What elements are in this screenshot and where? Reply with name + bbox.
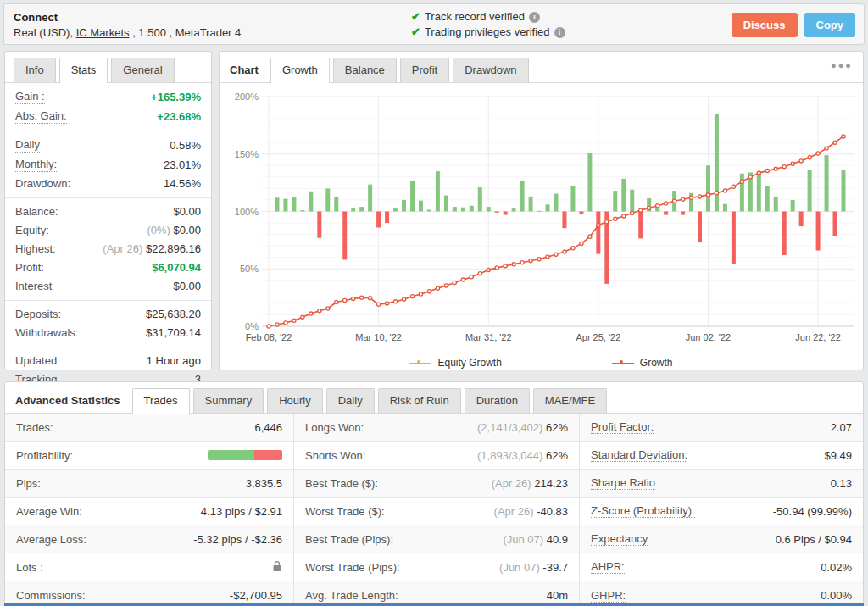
stat-row-profit-factor: Profit Factor:2.07 <box>580 414 863 442</box>
gain-bar <box>570 186 575 212</box>
growth-point <box>706 193 709 197</box>
copy-button[interactable]: Copy <box>804 13 856 37</box>
tab-growth[interactable]: Growth <box>270 58 330 83</box>
legend-item-equity-growth[interactable]: Equity Growth <box>409 357 501 369</box>
stat-row-lots: Lots : <box>5 553 293 581</box>
gain-bar <box>351 208 355 211</box>
svg-text:Apr 25, '22: Apr 25, '22 <box>576 332 620 342</box>
legend-line <box>612 363 634 364</box>
growth-point <box>461 278 465 281</box>
legend-label: Growth <box>640 357 673 369</box>
growth-point <box>774 167 777 170</box>
gain-bar <box>587 153 592 211</box>
info-icon[interactable]: i <box>554 27 565 38</box>
statistics-tabs: Advanced Statistics TradesSummaryHourlyD… <box>5 382 863 414</box>
tab-drawdown[interactable]: Drawdown <box>453 58 528 82</box>
gain-bar <box>537 211 542 212</box>
legend-line <box>409 363 431 364</box>
svg-text:100%: 100% <box>235 207 259 217</box>
tab-general[interactable]: General <box>111 58 174 82</box>
gain-bar <box>283 199 287 212</box>
account-header-card: Connect Real (USD), IC Markets , 1:500 ,… <box>3 3 865 45</box>
stat-value: 23.01% <box>164 158 201 172</box>
growth-point <box>427 290 431 293</box>
stats-group: Balance:$0.00Equity:(0%) $0.00Highest:(A… <box>5 198 211 301</box>
gain-bar <box>782 212 787 255</box>
growth-point <box>267 325 270 328</box>
growth-point <box>748 175 752 179</box>
tab-stats[interactable]: Stats <box>59 58 108 83</box>
tab-duration[interactable]: Duration <box>465 388 530 413</box>
stat-label: Drawdown: <box>15 177 70 191</box>
stat-label: AHPR: <box>591 560 625 574</box>
legend-item-growth[interactable]: Growth <box>612 357 673 369</box>
growth-point <box>512 263 515 266</box>
growth-point <box>588 235 592 238</box>
stat-label: Profitability: <box>16 449 73 462</box>
stat-label: Average Loss: <box>16 533 86 546</box>
svg-text:Mar 10, '22: Mar 10, '22 <box>355 332 402 342</box>
gain-bar <box>495 212 499 213</box>
lock-icon <box>272 560 282 575</box>
legend-marker <box>612 359 634 367</box>
broker-link[interactable]: IC Markets <box>76 26 130 39</box>
tab-hourly[interactable]: Hourly <box>267 388 323 413</box>
gain-bar <box>342 212 347 260</box>
tab-balance[interactable]: Balance <box>333 58 397 82</box>
tab-profit[interactable]: Profit <box>400 58 449 82</box>
stats-list: Gain :+165.39%Abs. Gain:+23.68%Daily0.58… <box>5 83 211 393</box>
tab-mae-mfe[interactable]: MAE/MFE <box>533 388 607 413</box>
gain-bar <box>419 201 423 212</box>
growth-point <box>529 259 532 263</box>
growth-point <box>681 197 684 201</box>
profitability-bar <box>208 450 282 460</box>
svg-text:Mar 31, '22: Mar 31, '22 <box>465 332 512 342</box>
tab-daily[interactable]: Daily <box>326 388 375 413</box>
stat-label: Worst Trade ($): <box>305 505 385 518</box>
svg-text:200%: 200% <box>235 92 259 102</box>
gain-bar <box>799 212 804 227</box>
growth-point <box>504 264 507 268</box>
stat-row-deposits: Deposits:$25,638.20 <box>5 305 211 324</box>
checkmark-icon: ✔ <box>411 9 420 25</box>
svg-text:Jun 02, '22: Jun 02, '22 <box>686 332 731 342</box>
svg-text:Jun 22, '22: Jun 22, '22 <box>795 332 840 342</box>
growth-point <box>622 214 626 218</box>
growth-point <box>689 196 693 199</box>
gain-bar <box>478 187 482 211</box>
stat-label: Worst Trade (Pips): <box>305 561 400 574</box>
stat-row-daily: Daily0.58% <box>5 136 211 155</box>
checkmark-icon: ✔ <box>411 25 420 40</box>
track-record-badge: ✔ Track record verified i <box>411 9 565 25</box>
growth-point <box>487 269 490 272</box>
stat-value: 0.00% <box>821 589 852 602</box>
stat-label: Lots : <box>16 561 43 574</box>
chart-menu-icon[interactable]: ●●● <box>831 60 853 70</box>
win-ratio-segment <box>208 450 254 460</box>
tab-risk-of-ruin[interactable]: Risk of Ruin <box>378 388 461 413</box>
stat-row-gain: Gain :+165.39% <box>5 87 211 107</box>
tab-summary[interactable]: Summary <box>193 388 264 413</box>
gain-bar <box>554 193 559 211</box>
stat-label: Commissions: <box>16 589 86 602</box>
growth-point <box>672 199 676 203</box>
tab-trades[interactable]: Trades <box>132 388 190 414</box>
info-icon[interactable]: i <box>529 12 540 23</box>
growth-point <box>326 307 330 310</box>
growth-point <box>833 141 837 144</box>
stat-value: 1 Hour ago <box>147 354 201 368</box>
stat-row-trades: Trades:6,446 <box>5 414 293 442</box>
stat-label: Best Trade ($): <box>305 477 378 490</box>
growth-point <box>757 171 760 175</box>
stat-row-pips: Pips:3,835.5 <box>5 470 293 498</box>
gain-bar <box>791 200 795 212</box>
tab-info[interactable]: Info <box>14 58 56 82</box>
gain-bar <box>842 170 846 212</box>
discuss-button[interactable]: Discuss <box>732 13 798 37</box>
growth-point <box>352 297 355 300</box>
gain-bar <box>309 192 313 212</box>
svg-text:50%: 50% <box>240 264 259 274</box>
gain-bar <box>664 212 668 215</box>
gain-bar <box>402 200 406 212</box>
statistics-column: Longs Won:(2,141/3,402) 62%Shorts Won:(1… <box>294 414 580 606</box>
